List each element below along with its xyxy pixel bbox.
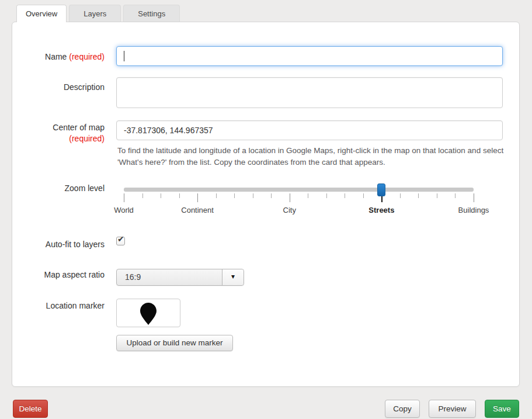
tab-layers[interactable]: Layers bbox=[69, 5, 121, 22]
zoom-tick bbox=[142, 193, 143, 198]
tab-overview[interactable]: Overview bbox=[16, 5, 67, 22]
zoom-tick bbox=[271, 193, 272, 198]
dropdown-arrow-button[interactable]: ▾ bbox=[222, 269, 244, 285]
delete-button[interactable]: Delete bbox=[13, 400, 48, 418]
zoom-tick bbox=[179, 193, 180, 198]
location-marker-label: Location marker bbox=[12, 300, 105, 311]
zoom-tick bbox=[326, 193, 327, 198]
zoom-tick bbox=[474, 193, 474, 202]
zoom-tick bbox=[400, 193, 401, 198]
zoom-tick bbox=[253, 193, 253, 198]
auto-fit-checkbox[interactable]: ✔ bbox=[116, 237, 125, 245]
copy-button[interactable]: Copy bbox=[385, 400, 420, 418]
zoom-slider-track[interactable] bbox=[124, 188, 474, 192]
description-input[interactable] bbox=[116, 77, 503, 108]
zoom-stop-label: Streets bbox=[368, 206, 394, 214]
zoom-tick bbox=[197, 193, 198, 202]
zoom-tick bbox=[234, 193, 235, 198]
name-required-note: (required) bbox=[69, 52, 105, 61]
zoom-tick bbox=[124, 193, 124, 202]
zoom-tick bbox=[418, 193, 419, 198]
zoom-tick bbox=[161, 193, 161, 198]
description-label: Description bbox=[12, 82, 105, 93]
save-button[interactable]: Save bbox=[485, 400, 519, 418]
zoom-stop-label: City bbox=[283, 206, 296, 214]
name-input[interactable] bbox=[116, 46, 503, 66]
center-of-map-label-text: Center of map bbox=[53, 123, 105, 132]
tab-settings[interactable]: Settings bbox=[123, 5, 180, 22]
zoom-tick bbox=[290, 193, 290, 202]
name-label: Name (required) bbox=[12, 51, 105, 63]
zoom-stop-label: Continent bbox=[181, 206, 214, 214]
zoom-slider-handle[interactable] bbox=[377, 183, 385, 196]
name-label-text: Name bbox=[45, 52, 67, 61]
zoom-stop-label: Buildings bbox=[458, 206, 489, 214]
overview-panel: Name (required) Description Center of ma… bbox=[12, 22, 520, 387]
preview-button[interactable]: Preview bbox=[429, 400, 476, 418]
chevron-down-icon: ▾ bbox=[231, 272, 235, 281]
zoom-level-slider: WorldContinentCityStreetsBuildings bbox=[124, 188, 474, 223]
action-bar: Delete Copy Preview Save bbox=[0, 400, 532, 418]
zoom-tick bbox=[345, 193, 345, 198]
zoom-tick bbox=[437, 193, 437, 198]
location-marker-preview[interactable] bbox=[116, 299, 180, 327]
aspect-ratio-label: Map aspect ratio bbox=[12, 269, 105, 281]
upload-marker-button[interactable]: Upload or build new marker bbox=[116, 335, 233, 351]
center-of-map-input[interactable] bbox=[116, 120, 503, 140]
center-of-map-required-note: (required) bbox=[12, 133, 105, 144]
map-pin-icon bbox=[140, 302, 157, 325]
zoom-tick bbox=[216, 193, 217, 198]
auto-fit-label: Auto-fit to layers bbox=[12, 239, 105, 250]
tab-bar: Overview Layers Settings bbox=[16, 5, 180, 22]
text-cursor bbox=[124, 51, 124, 61]
zoom-tick bbox=[455, 193, 455, 198]
aspect-ratio-select[interactable]: 16:9 ▾ bbox=[116, 269, 244, 286]
checkmark-icon: ✔ bbox=[117, 234, 124, 244]
zoom-tick bbox=[363, 193, 364, 198]
center-of-map-label: Center of map (required) bbox=[12, 122, 105, 144]
zoom-stop-label: World bbox=[114, 206, 134, 214]
center-of-map-help-text: To find the latitude and longitude of a … bbox=[117, 145, 507, 168]
zoom-level-label: Zoom level bbox=[12, 183, 105, 194]
zoom-tick bbox=[308, 193, 308, 198]
